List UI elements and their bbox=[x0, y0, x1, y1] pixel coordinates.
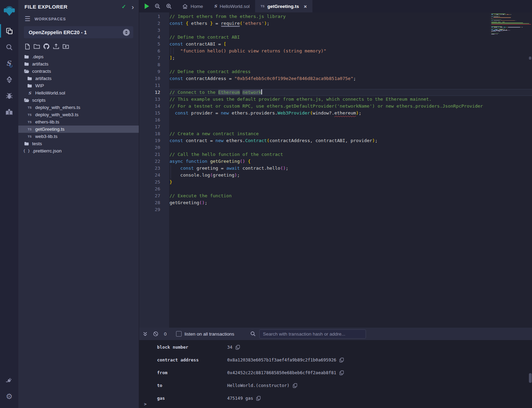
solidity-compiler-icon[interactable]: S↻ bbox=[0, 55, 18, 71]
line-number[interactable]: 28 bbox=[139, 199, 160, 206]
editor-gutter[interactable]: 1234567891011121314151617181920212223242… bbox=[139, 12, 169, 328]
tree-item-artifacts[interactable]: artifacts bbox=[18, 60, 139, 68]
terminal-search-input[interactable] bbox=[259, 329, 366, 339]
tree-item-web3-lib-ts[interactable]: TSweb3-lib.ts bbox=[18, 133, 139, 140]
line-number[interactable]: 2 bbox=[139, 20, 160, 27]
remix-logo-icon[interactable] bbox=[0, 2, 18, 20]
line-number[interactable]: 7 bbox=[139, 54, 160, 61]
code-line[interactable] bbox=[170, 206, 532, 213]
line-number[interactable]: 29 bbox=[139, 206, 160, 213]
line-number[interactable]: 6 bbox=[139, 48, 160, 54]
code-line[interactable]: async function getGreeting() { bbox=[170, 158, 532, 165]
code-line[interactable]: console.log(greeting); bbox=[170, 172, 532, 179]
tree-item-tests[interactable]: tests bbox=[18, 140, 139, 147]
code-line[interactable] bbox=[170, 61, 532, 68]
line-number[interactable]: 13 bbox=[139, 96, 160, 103]
line-number[interactable]: 4 bbox=[139, 34, 160, 41]
tree-item--prettierrc-json[interactable]: { }.prettierrc.json bbox=[18, 147, 139, 155]
line-number[interactable]: 16 bbox=[139, 117, 160, 123]
check-icon[interactable]: ✓ bbox=[122, 3, 126, 10]
tree-item-contracts[interactable]: contracts bbox=[18, 68, 139, 75]
line-number[interactable]: 14 bbox=[139, 103, 160, 110]
line-number[interactable]: 21 bbox=[139, 151, 160, 158]
line-number[interactable]: 15 bbox=[139, 110, 160, 117]
code-editor[interactable]: 1234567891011121314151617181920212223242… bbox=[139, 12, 532, 328]
tree-item-artifacts[interactable]: artifacts bbox=[18, 75, 139, 82]
code-line[interactable] bbox=[170, 144, 532, 151]
close-icon[interactable]: × bbox=[304, 4, 307, 9]
new-folder-icon[interactable] bbox=[33, 43, 40, 49]
tree-item-deploy-with-ethers-ts[interactable]: TSdeploy_with_ethers.ts bbox=[18, 104, 139, 111]
line-number[interactable]: 18 bbox=[139, 130, 160, 137]
line-number[interactable]: 22 bbox=[139, 158, 160, 165]
run-script-button[interactable] bbox=[145, 3, 149, 9]
terminal-scrollbar[interactable] bbox=[529, 373, 532, 383]
copy-icon[interactable] bbox=[339, 370, 344, 375]
code-line[interactable]: getGreeting(); bbox=[170, 199, 532, 206]
code-line[interactable] bbox=[170, 82, 532, 89]
code-line[interactable]: // Create a new contract instance bbox=[170, 130, 532, 137]
zoom-out-icon[interactable] bbox=[155, 3, 161, 9]
deploy-run-icon[interactable] bbox=[0, 71, 18, 88]
line-number[interactable]: 10 bbox=[139, 75, 160, 82]
code-line[interactable]: const greeting = await contract.hello(); bbox=[170, 165, 532, 172]
code-line[interactable]: // This example uses the default provide… bbox=[170, 96, 532, 103]
code-line[interactable]: // Define the contract ABI bbox=[170, 34, 532, 41]
workspaces-menu-icon[interactable]: ☰ bbox=[25, 16, 30, 22]
code-line[interactable] bbox=[170, 123, 532, 130]
line-number[interactable]: 26 bbox=[139, 186, 160, 192]
code-line[interactable]: // Define the contract address bbox=[170, 68, 532, 75]
tree-item--deps[interactable]: .deps bbox=[18, 53, 139, 60]
code-line[interactable] bbox=[170, 186, 532, 192]
code-line[interactable] bbox=[170, 27, 532, 34]
line-number[interactable]: 19 bbox=[139, 137, 160, 144]
settings-icon[interactable]: ⚙ bbox=[0, 388, 18, 405]
code-line[interactable]: // Execute the function bbox=[170, 192, 532, 199]
code-line[interactable]: const contract = new ethers.Contract(con… bbox=[170, 137, 532, 144]
zoom-in-icon[interactable] bbox=[166, 3, 172, 9]
listen-checkbox[interactable] bbox=[176, 331, 182, 337]
line-number[interactable]: 24 bbox=[139, 172, 160, 179]
code-line[interactable]: const provider = new ethers.providers.We… bbox=[170, 110, 532, 117]
line-number[interactable]: 11 bbox=[139, 82, 160, 89]
code-line[interactable]: } bbox=[170, 179, 532, 186]
line-number[interactable]: 12 bbox=[139, 89, 160, 96]
line-number[interactable]: 1 bbox=[139, 13, 160, 20]
editor-minimap[interactable] bbox=[490, 13, 531, 35]
line-number[interactable]: 9 bbox=[139, 68, 160, 75]
tree-item-scripts[interactable]: scripts bbox=[18, 97, 139, 104]
terminal-prompt[interactable]: > bbox=[144, 401, 147, 407]
tab-getgreeting-ts[interactable]: TSgetGreeting.ts× bbox=[255, 0, 312, 12]
code-line[interactable]: const contractABI = [ bbox=[170, 41, 532, 48]
line-number[interactable]: 25 bbox=[139, 179, 160, 186]
line-number[interactable]: 8 bbox=[139, 61, 160, 68]
line-number[interactable]: 27 bbox=[139, 192, 160, 199]
tree-item-ethers-lib-ts[interactable]: TSethers-lib.ts bbox=[18, 118, 139, 126]
copy-icon[interactable] bbox=[256, 396, 261, 401]
workspace-select[interactable]: OpenZeppelin ERC20 - 1 bbox=[24, 26, 133, 38]
github-icon[interactable] bbox=[43, 43, 50, 50]
tab-helloworld-sol[interactable]: SHelloWorld.sol bbox=[209, 0, 255, 12]
code-lines[interactable]: // Import ethers from the ethers.js libr… bbox=[169, 12, 532, 328]
copy-icon[interactable] bbox=[339, 358, 344, 362]
copy-icon[interactable] bbox=[293, 383, 297, 388]
upload-folder-icon[interactable] bbox=[62, 43, 69, 49]
learneth-icon[interactable] bbox=[0, 104, 18, 120]
line-number[interactable]: 23 bbox=[139, 165, 160, 172]
code-line[interactable]: ]; bbox=[170, 54, 532, 61]
line-number[interactable]: 3 bbox=[139, 27, 160, 34]
upload-file-icon[interactable] bbox=[53, 43, 59, 50]
file-explorer-icon[interactable] bbox=[0, 23, 18, 39]
editor-scrollbar[interactable] bbox=[529, 57, 531, 60]
tree-item-getgreeting-ts[interactable]: TSgetGreeting.ts bbox=[18, 126, 139, 133]
code-line[interactable]: const { ethers } = require('ethers'); bbox=[170, 20, 532, 27]
debugger-icon[interactable] bbox=[0, 88, 18, 104]
new-file-icon[interactable] bbox=[25, 43, 30, 50]
collapse-terminal-icon[interactable] bbox=[143, 331, 148, 337]
code-line[interactable]: "function hello() public view returns (s… bbox=[170, 48, 532, 54]
code-line[interactable]: const contractAddress = "0xb54febb5c0c0f… bbox=[170, 75, 532, 82]
tree-item-deploy-with-web3-ts[interactable]: TSdeploy_with_web3.ts bbox=[18, 111, 139, 118]
line-number[interactable]: 20 bbox=[139, 144, 160, 151]
code-line[interactable]: // Call the hello function of the contra… bbox=[170, 151, 532, 158]
code-line[interactable] bbox=[170, 117, 532, 123]
